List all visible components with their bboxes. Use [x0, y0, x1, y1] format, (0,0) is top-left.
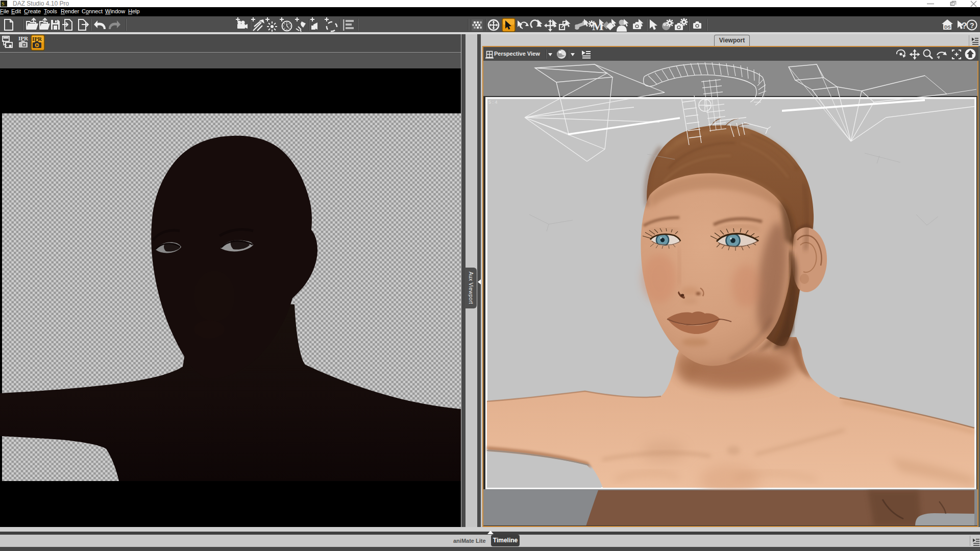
svg-text:IPR: IPR: [32, 36, 42, 42]
svg-text:DS: DS: [944, 25, 951, 30]
svg-text:S: S: [2, 1, 5, 7]
svg-text:IPR: IPR: [18, 35, 29, 41]
svg-text:?: ?: [962, 21, 967, 31]
svg-text:?: ?: [970, 21, 974, 30]
